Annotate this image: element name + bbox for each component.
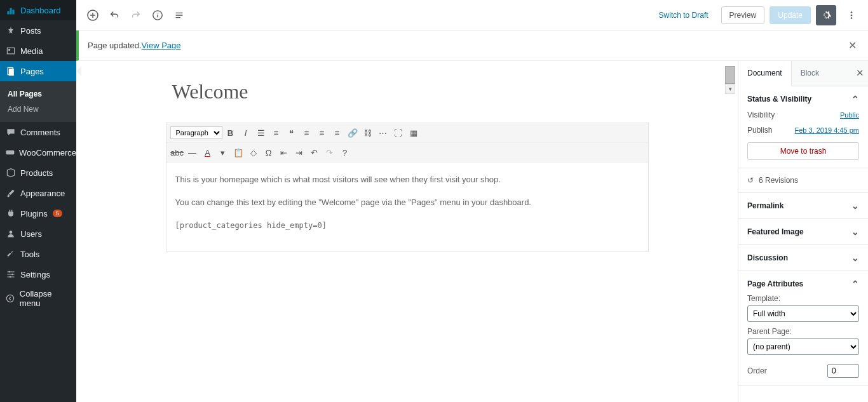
text-color-button[interactable]: A [201,145,215,159]
visibility-value-link[interactable]: Public [840,111,859,119]
body-paragraph[interactable]: You can change this text by editing the … [175,196,639,210]
sidebar-item-posts[interactable]: Posts [0,20,76,41]
sidebar-sub-all-pages[interactable]: All Pages [0,86,76,102]
chevron-up-icon: ⌃ [851,94,859,104]
main-area: Switch to Draft Preview Update Page upda… [76,0,868,402]
strikethrough-button[interactable]: abc [170,145,184,159]
sidebar-item-users[interactable]: Users [0,224,76,244]
scrollbar[interactable]: ▾ [725,66,735,94]
discussion-section[interactable]: Discussion⌄ [738,245,868,271]
tab-document[interactable]: Document [738,61,792,86]
sidebar-item-plugins[interactable]: Plugins 5 [0,203,76,224]
status-visibility-section: Status & Visibility ⌃ Visibility Public … [738,86,868,168]
editor-topbar: Switch to Draft Preview Update [76,0,868,30]
body-shortcode[interactable]: [product_categories hide_empty=0] [175,221,327,230]
user-icon [5,228,17,239]
sidebar-item-products[interactable]: Products [0,163,76,183]
bold-button[interactable]: B [224,126,238,140]
media-icon [5,45,17,57]
svg-point-7 [11,274,13,275]
pages-icon [5,65,17,77]
scroll-thumb[interactable] [725,66,735,84]
format-select[interactable]: Paragraph [170,126,222,139]
redo-editor-button[interactable]: ↷ [323,145,337,159]
editor-toolbar-row-1: Paragraph B I ☰ ≡ ❝ ≡ ≡ ≡ 🔗 ⛓ ⋯ ⛶ ▦ [166,123,648,143]
page-attributes-header[interactable]: Page Attributes ⌃ [747,279,859,289]
revisions-link[interactable]: ↺ 6 Revisions [738,168,868,193]
align-left-button[interactable]: ≡ [300,126,314,140]
sidebar-item-dashboard[interactable]: Dashboard [0,0,76,20]
sidebar-label: Appearance [20,189,65,198]
svg-point-13 [851,14,853,16]
toolbar-toggle-button[interactable]: ▦ [407,126,421,140]
indent-button[interactable]: ⇥ [292,145,306,159]
dismiss-notice-button[interactable]: ✕ [846,37,859,54]
sidebar-item-collapse[interactable]: Collapse menu [0,285,76,312]
link-button[interactable]: 🔗 [346,126,360,140]
sidebar-item-comments[interactable]: Comments [0,122,76,142]
status-visibility-header[interactable]: Status & Visibility ⌃ [747,94,859,104]
tab-block[interactable]: Block [792,61,828,86]
svg-rect-4 [6,151,15,154]
close-panel-button[interactable]: ✕ [856,67,864,79]
svg-point-14 [851,17,853,19]
italic-button[interactable]: I [239,126,253,140]
align-right-button[interactable]: ≡ [330,126,344,140]
bullet-list-button[interactable]: ☰ [254,126,268,140]
editor-body[interactable]: This is your homepage which is what most… [166,163,648,251]
editor-wrap: ▾ Welcome Paragraph B I ☰ ≡ ❝ ≡ ≡ ≡ 🔗 [76,61,868,402]
blockquote-button[interactable]: ❝ [285,126,299,140]
sidebar-label: Products [20,168,53,178]
outdent-button[interactable]: ⇤ [277,145,291,159]
help-button[interactable]: ? [338,145,352,159]
switch-to-draft-button[interactable]: Switch to Draft [651,7,716,23]
sidebar-label: Comments [20,128,60,137]
sidebar-sub-add-new[interactable]: Add New [0,102,76,117]
undo-editor-button[interactable]: ↶ [308,145,322,159]
template-select[interactable]: Full width [747,305,859,322]
page-title-input[interactable]: Welcome [172,80,649,104]
text-color-dropdown[interactable]: ▾ [216,145,230,159]
align-center-button[interactable]: ≡ [315,126,329,140]
paste-button[interactable]: 📋 [231,145,245,159]
more-options-button[interactable] [841,5,862,25]
svg-rect-1 [7,48,14,54]
settings-toggle-button[interactable] [816,5,836,25]
unlink-button[interactable]: ⛓ [361,126,375,140]
revisions-count: 6 Revisions [759,176,798,185]
update-button[interactable]: Update [770,6,811,24]
outline-button[interactable] [169,5,189,25]
sidebar-item-appearance[interactable]: Appearance [0,183,76,203]
more-button[interactable]: ⋯ [376,126,390,140]
editor-content[interactable]: ▾ Welcome Paragraph B I ☰ ≡ ❝ ≡ ≡ ≡ 🔗 [76,61,738,402]
featured-image-section[interactable]: Featured Image⌄ [738,219,868,245]
sidebar-item-woocommerce[interactable]: WooCommerce [0,142,76,163]
publish-label: Publish [747,126,772,135]
hr-button[interactable]: — [186,145,200,159]
sidebar-submenu-pages: All Pages Add New [0,81,76,122]
preview-button[interactable]: Preview [721,6,765,24]
numbered-list-button[interactable]: ≡ [269,126,283,140]
fullscreen-button[interactable]: ⛶ [391,126,405,140]
special-char-button[interactable]: Ω [262,145,276,159]
sidebar-item-settings[interactable]: Settings [0,264,76,285]
order-input[interactable] [827,364,859,378]
woo-icon [5,147,15,158]
sidebar-item-media[interactable]: Media [0,41,76,61]
add-block-button[interactable] [83,5,103,25]
info-button[interactable] [147,5,168,25]
sidebar-item-pages[interactable]: Pages [0,61,76,81]
publish-date-link[interactable]: Feb 3, 2019 4:45 pm [794,126,859,134]
permalink-section[interactable]: Permalink⌄ [738,193,868,219]
undo-button[interactable] [104,5,125,25]
view-page-link[interactable]: View Page [142,41,181,50]
scroll-down-arrow[interactable]: ▾ [725,84,735,94]
chevron-up-icon: ⌃ [851,279,859,289]
body-paragraph[interactable]: This is your homepage which is what most… [175,173,639,187]
sidebar-item-tools[interactable]: Tools [0,244,76,264]
parent-page-select[interactable]: (no parent) [747,338,859,355]
redo-button[interactable] [126,5,146,25]
classic-editor-block[interactable]: Paragraph B I ☰ ≡ ❝ ≡ ≡ ≡ 🔗 ⛓ ⋯ ⛶ ▦ [166,123,649,252]
clear-format-button[interactable]: ◇ [247,145,261,159]
move-to-trash-button[interactable]: Move to trash [747,142,859,160]
